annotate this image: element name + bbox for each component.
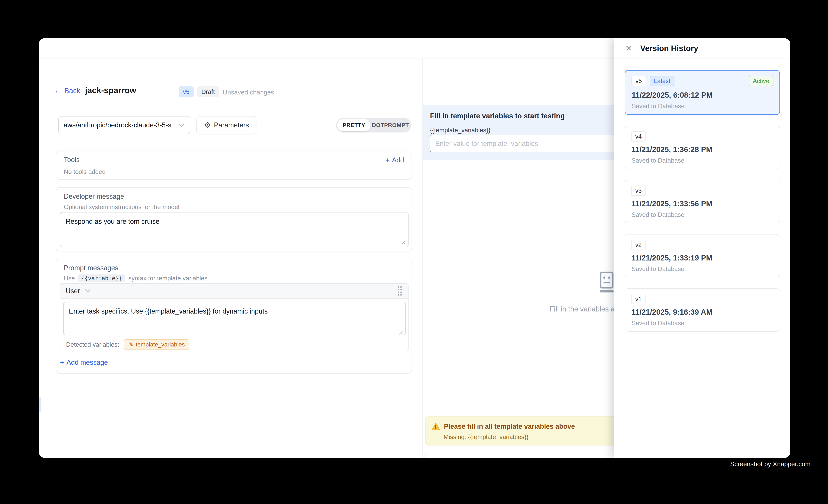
app-window: ← Back jack-sparrow v5 Draft Unsaved cha… bbox=[39, 38, 790, 458]
version-card-v1[interactable]: v1 11/21/2025, 9:16:39 AM Saved to Datab… bbox=[625, 288, 780, 332]
version-badge: v5 bbox=[179, 86, 194, 97]
page-background: ← Back jack-sparrow v5 Draft Unsaved cha… bbox=[0, 0, 828, 504]
prompt-messages-card: Prompt messages Use {{variable}} syntax … bbox=[56, 259, 412, 374]
drag-handle-icon[interactable] bbox=[397, 286, 403, 296]
tools-title: Tools bbox=[64, 156, 80, 164]
add-message-button[interactable]: + Add message bbox=[60, 359, 108, 367]
version-number-badge: v5 bbox=[631, 76, 646, 86]
developer-message-title: Developer message bbox=[64, 193, 124, 201]
pen-icon: ✎ bbox=[128, 342, 133, 348]
developer-message-textarea[interactable]: Respond as you are tom cruise bbox=[60, 212, 409, 247]
version-number-badge: v2 bbox=[631, 240, 646, 250]
message-role-select[interactable]: User bbox=[66, 287, 90, 295]
parameters-label: Parameters bbox=[214, 121, 249, 129]
warning-icon bbox=[431, 422, 440, 430]
plus-icon: + bbox=[60, 359, 64, 366]
version-number-badge: v1 bbox=[631, 294, 646, 304]
hint-prefix: Use bbox=[64, 275, 75, 282]
toggle-pretty[interactable]: PRETTY bbox=[337, 119, 371, 131]
parameters-button[interactable]: ⚙ Parameters bbox=[197, 116, 256, 134]
left-edge-notification-sliver bbox=[39, 397, 41, 412]
version-timestamp: 11/21/2025, 9:16:39 AM bbox=[631, 308, 712, 317]
latest-badge: Latest bbox=[650, 76, 674, 86]
detected-variable-name: template_variables bbox=[136, 341, 184, 348]
template-variable-label: {{template_variables}} bbox=[430, 127, 490, 134]
gear-icon: ⚙ bbox=[204, 121, 211, 129]
version-status: Saved to Database bbox=[631, 265, 685, 272]
version-history-header: ✕ Version History bbox=[614, 38, 790, 59]
back-button[interactable]: ← Back bbox=[54, 87, 80, 95]
warning-title: Please fill in all template variables ab… bbox=[444, 422, 575, 430]
plus-icon: + bbox=[385, 157, 390, 164]
back-arrow-icon: ← bbox=[54, 87, 62, 95]
prompt-messages-hint: Use {{variable}} syntax for template var… bbox=[64, 274, 207, 282]
version-card-v2[interactable]: v2 11/21/2025, 1:33:19 PM Saved to Datab… bbox=[625, 234, 780, 278]
version-status: Saved to Database bbox=[631, 211, 685, 218]
format-toggle: PRETTY DOTPROMPT bbox=[336, 118, 411, 132]
developer-message-card: Developer message Optional system instru… bbox=[56, 187, 412, 251]
message-header: User bbox=[60, 284, 408, 299]
developer-message-hint: Optional system instructions for the mod… bbox=[64, 203, 179, 211]
prompt-messages-title: Prompt messages bbox=[64, 264, 118, 272]
banner-title: Fill in template variables to start test… bbox=[430, 112, 565, 120]
model-select-value: aws/anthropic/bedrock-claude-3-5-s... bbox=[64, 121, 178, 129]
version-status: Saved to Database bbox=[631, 157, 685, 164]
watermark: Screenshot by Xnapper.com bbox=[730, 460, 811, 468]
version-timestamp: 11/22/2025, 6:08:12 PM bbox=[632, 91, 712, 99]
version-timestamp: 11/21/2025, 1:36:28 PM bbox=[631, 145, 712, 154]
robot-face-icon bbox=[596, 271, 617, 293]
version-card-v4[interactable]: v4 11/21/2025, 1:36:28 PM Saved to Datab… bbox=[625, 126, 780, 169]
variable-syntax-chip: {{variable}} bbox=[78, 274, 125, 282]
close-icon[interactable]: ✕ bbox=[625, 44, 632, 52]
version-card-v5[interactable]: v5 Latest Active 11/22/2025, 6:08:12 PM … bbox=[625, 70, 780, 115]
version-timestamp: 11/21/2025, 1:33:56 PM bbox=[631, 200, 712, 208]
message-content-textarea[interactable]: Enter task specifics. Use {{template_var… bbox=[63, 302, 406, 335]
chevron-down-icon bbox=[85, 289, 90, 293]
tools-card: Tools + Add No tools added bbox=[56, 151, 412, 180]
version-status: Saved to Database bbox=[632, 102, 685, 110]
version-number-badge: v3 bbox=[631, 185, 646, 196]
detected-variables-row: Detected variables: ✎ template_variables bbox=[66, 339, 189, 350]
warning-missing-text: Missing: {{template_variables}} bbox=[444, 433, 528, 440]
detected-variable-chip[interactable]: ✎ template_variables bbox=[124, 339, 189, 350]
detected-variables-label: Detected variables: bbox=[66, 341, 119, 348]
message-block: User Enter task specifics. Use {{templat… bbox=[60, 283, 409, 351]
back-label: Back bbox=[65, 87, 80, 95]
active-badge: Active bbox=[749, 76, 774, 86]
unsaved-changes-label: Unsaved changes bbox=[223, 89, 274, 96]
hint-suffix: syntax for template variables bbox=[128, 275, 207, 282]
version-timestamp: 11/21/2025, 1:33:19 PM bbox=[631, 254, 712, 262]
tools-empty-text: No tools added bbox=[64, 168, 106, 175]
version-number-badge: v4 bbox=[631, 131, 646, 141]
version-card-v3[interactable]: v3 11/21/2025, 1:33:56 PM Saved to Datab… bbox=[625, 180, 780, 223]
version-history-title: Version History bbox=[640, 44, 698, 53]
chevron-down-icon bbox=[178, 123, 185, 127]
add-tool-label: Add bbox=[392, 156, 404, 164]
message-role-value: User bbox=[66, 287, 80, 295]
add-tool-button[interactable]: + Add bbox=[385, 156, 404, 164]
draft-status-badge: Draft bbox=[197, 86, 219, 97]
model-select[interactable]: aws/anthropic/bedrock-claude-3-5-s... bbox=[58, 116, 190, 134]
version-status: Saved to Database bbox=[631, 320, 685, 327]
add-message-label: Add message bbox=[67, 359, 108, 367]
toggle-dotprompt[interactable]: DOTPROMPT bbox=[371, 122, 410, 128]
page-title: jack-sparrow bbox=[85, 86, 136, 95]
version-history-panel: ✕ Version History v5 Latest Active 11/22… bbox=[614, 38, 790, 458]
